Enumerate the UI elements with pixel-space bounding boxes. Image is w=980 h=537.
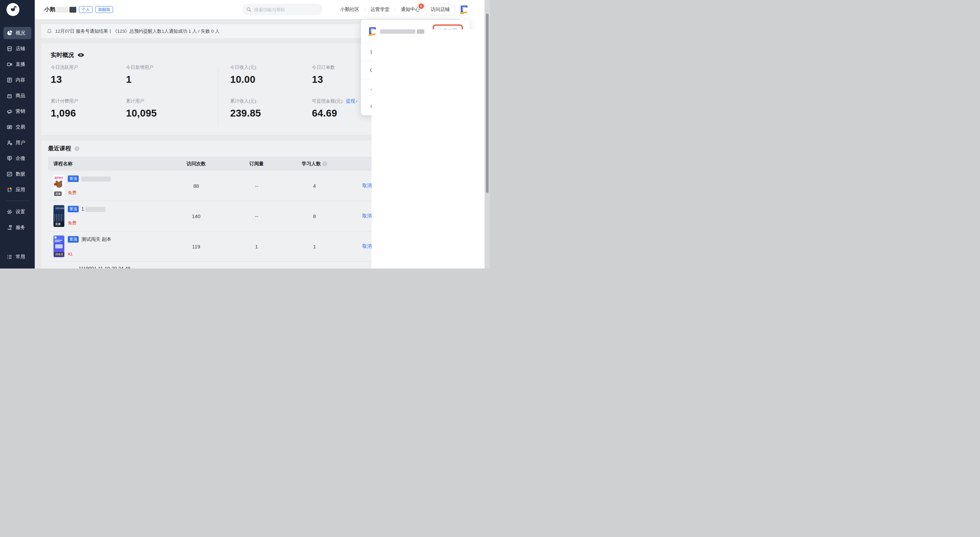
sidebar-menu: 概况 店铺 直播 内容 商品 营销 [0, 19, 35, 269]
stats-divider [218, 69, 218, 127]
notification-count-badge: 6 [418, 3, 424, 9]
sidebar-item-frequent[interactable]: 常用 [3, 251, 31, 263]
subscriptions-value: -- [227, 213, 286, 219]
pinned-badge: 置顶 [68, 175, 79, 182]
nav-academy[interactable]: 运营学堂 [371, 6, 390, 13]
sidebar-item-marketing[interactable]: 营销 [3, 105, 31, 118]
sidebar-item-label: 内容 [16, 77, 25, 83]
notice-bar[interactable]: 12月07日 服务号通知结果丨《123》总预约提醒人数1人通知成功 1 人 / … [41, 24, 396, 38]
realtime-title: 实时概况 [51, 51, 386, 59]
avatar [369, 27, 376, 36]
course-title[interactable]: 1119001-11-10-20 24-48 [79, 266, 130, 269]
course-thumbnail: 智慧未来集团 直播 [54, 205, 64, 227]
sidebar-item-label: 交易 [16, 124, 25, 130]
sidebar-item-settings[interactable]: 设置 [3, 206, 31, 218]
user-gear-icon [6, 140, 13, 146]
col-subscriptions: 订阅量 [227, 161, 286, 167]
store-name: 小鹅 [44, 6, 76, 13]
top-header: 小鹅 个人 旗舰版 小鹅社区 运营学堂 通知中心 6 访问店铺 [26, 0, 490, 19]
table-row: 训练营 置顶 测试闯关 副本 ¥1 119 1 1 取消置顶 [48, 231, 389, 262]
video-camera-icon [6, 61, 13, 67]
logo-block [0, 0, 26, 19]
table-row: 智慧未来集团 直播 置顶 1 免费 140 -- 8 取消置顶 [48, 201, 389, 231]
eye-icon[interactable] [77, 53, 84, 57]
withdraw-link[interactable]: 提现› [346, 98, 357, 104]
subscriptions-value: 1 [227, 244, 286, 249]
goose-logo-icon[interactable] [6, 3, 19, 16]
scrollbar-thumb[interactable] [486, 14, 488, 193]
sidebar-item-label: 商品 [16, 93, 25, 99]
sidebar-item-data[interactable]: 数据 [3, 168, 31, 180]
sidebar-item-label: 数据 [16, 171, 25, 177]
nav-community[interactable]: 小鹅社区 [340, 6, 359, 13]
sidebar-item-wecom[interactable]: 企微 [3, 152, 31, 164]
search-box[interactable] [242, 4, 323, 15]
storefront-icon [6, 46, 13, 52]
info-icon[interactable]: i [75, 146, 80, 151]
nav-separator [395, 7, 395, 12]
col-visits: 访问次数 [165, 161, 227, 167]
account-dropdown: 账号设置 切换店铺 帮助中心 专属群服务管家 退出登录 [361, 20, 469, 115]
sidebar: 概况 店铺 直播 内容 商品 营销 [0, 0, 35, 269]
sidebar-item-label: 直播 [16, 61, 25, 67]
stat-today-revenue: 今日收入(元) 10.00 [218, 64, 312, 85]
sidebar-item-goods[interactable]: 商品 [3, 89, 31, 102]
sidebar-item-label: 企微 [16, 155, 25, 161]
apps-icon [6, 187, 13, 193]
sidebar-item-users[interactable]: 用户 [3, 137, 31, 149]
course-title[interactable]: 测试闯关 副本 [81, 236, 111, 242]
course-price: 免费 [68, 190, 111, 196]
frequent-list-icon [6, 254, 13, 260]
plan-badge-personal: 个人 [79, 6, 92, 13]
account-avatar-menu[interactable] [461, 5, 472, 14]
bell-icon [47, 28, 52, 34]
sidebar-item-label: 用户 [16, 140, 25, 146]
stat-total-revenue: 累计收入(元) 239.85 [218, 98, 312, 119]
sidebar-item-live[interactable]: 直播 [3, 58, 31, 70]
sidebar-item-label: 服务 [16, 225, 25, 231]
visits-value: 119 [165, 244, 227, 249]
redaction-block [70, 7, 76, 13]
course-title[interactable] [81, 176, 111, 182]
visit-shop-button[interactable]: 访问店铺 [425, 4, 455, 15]
realtime-overview-card: 实时概况 今日活跃用户 13 今日新增用户 1 今日收入(元) 10.00 今日… [41, 44, 396, 135]
data-chart-icon [6, 171, 13, 177]
search-input[interactable] [254, 7, 312, 12]
gear-icon [6, 209, 13, 215]
info-icon[interactable]: i [323, 161, 327, 166]
table-row: 1119001-11-10-20 24-48 [48, 262, 389, 269]
stat-today-active-users: 今日活跃用户 13 [51, 64, 126, 85]
sidebar-item-service[interactable]: 服务 [3, 221, 31, 234]
recent-courses-title: 最近课程 i [48, 145, 389, 152]
pie-chart-icon [6, 30, 13, 36]
learners-value: 4 [286, 183, 342, 189]
recent-courses-card: 最近课程 i 课程名称 访问次数 订阅量 学习人数i 操作 国庆快乐 直播 置 [41, 140, 396, 269]
course-title[interactable]: 1 [81, 206, 105, 212]
stat-total-paying-users: 累计付费用户 1,096 [51, 98, 126, 119]
stat-total-users: 累计用户 10,095 [126, 98, 218, 119]
course-thumbnail: 国庆快乐 直播 [54, 175, 64, 197]
sidebar-item-content[interactable]: 内容 [3, 74, 31, 86]
sidebar-item-label: 设置 [16, 209, 25, 215]
pinned-badge: 置顶 [68, 206, 79, 212]
sidebar-item-overview[interactable]: 概况 [3, 27, 31, 39]
sidebar-item-shop[interactable]: 店铺 [3, 43, 31, 55]
shopping-bag-icon [6, 93, 13, 99]
course-type-tag: 直播 [54, 222, 62, 226]
megaphone-icon [6, 108, 13, 115]
search-icon [246, 7, 251, 12]
wechat-work-icon [6, 155, 13, 161]
visits-value: 88 [165, 183, 227, 189]
course-price: 免费 [68, 220, 105, 226]
table-row: 国庆快乐 直播 置顶 免费 88 -- 4 取消置顶 [48, 171, 389, 201]
nav-separator [365, 7, 365, 12]
sidebar-item-apps[interactable]: 应用 [3, 184, 31, 196]
sidebar-item-transactions[interactable]: 交易 [3, 121, 31, 133]
avatar [461, 5, 468, 14]
subscriptions-value: -- [227, 183, 286, 189]
notice-message: 12月07日 服务号通知结果丨《123》总预约提醒人数1人通知成功 1 人 / … [55, 28, 220, 34]
nav-notifications[interactable]: 通知中心 6 [401, 6, 420, 13]
col-learners: 学习人数i [286, 161, 342, 167]
course-type-tag: 训练营 [54, 252, 64, 257]
account-name-redacted [380, 29, 415, 34]
